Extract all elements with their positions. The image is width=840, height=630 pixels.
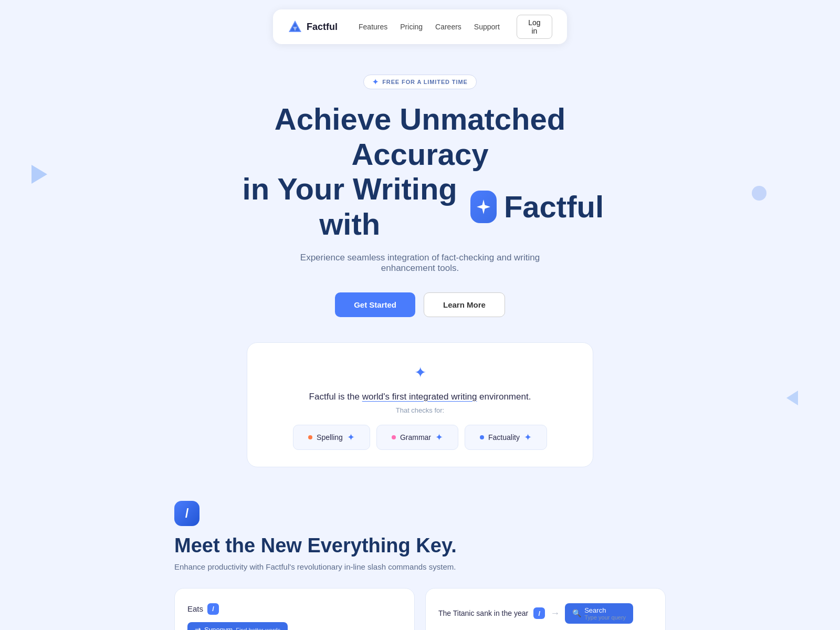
badge-star-icon: ✦ [372, 78, 379, 86]
arrow-right-icon: → [550, 608, 560, 619]
nav-logo[interactable]: Factful [288, 19, 338, 34]
hero-title-pre: in Your Writing with [236, 172, 463, 242]
pill-grammar-plus: ✦ [435, 432, 443, 443]
nav-features[interactable]: Features [359, 23, 387, 31]
hero-subtitle: Experience seamless integration of fact-… [273, 253, 567, 274]
deco-circle-right [752, 186, 766, 201]
feature-intro: Factful is the [309, 392, 360, 402]
navbar: Factful Features Pricing Careers Support… [273, 9, 567, 44]
pill-factuality: Factuality ✦ [465, 425, 547, 450]
hero-title-line1: Achieve Unmatched Accuracy [236, 102, 604, 172]
hero-title: Achieve Unmatched Accuracy in Your Writi… [236, 102, 604, 242]
deco-triangle-right [786, 391, 798, 405]
slash-badge: / [174, 501, 200, 526]
section-title: Meet the New Everything Key. [174, 534, 666, 557]
factful-badge-icon [470, 191, 497, 223]
section-subtitle: Enhance productivity with Factful's revo… [174, 562, 666, 571]
search-btn-label: Search [584, 606, 626, 614]
pill-factuality-plus: ✦ [524, 432, 532, 443]
factful-star-svg [474, 197, 493, 216]
eats-row: Eats / [187, 603, 219, 615]
search-button-demo: 🔍 Search Type your query [565, 603, 633, 624]
search-btn-sub: Type your query [584, 614, 626, 621]
svg-point-3 [482, 205, 485, 208]
feature-card: ✦ Factful is the world's first integrate… [247, 342, 593, 467]
deco-triangle-left [32, 165, 47, 184]
eats-text: Eats [187, 604, 203, 613]
nav-support[interactable]: Support [474, 23, 500, 31]
badge-text: FREE FOR A LIMITED TIME [382, 79, 467, 85]
search-slash-icon: / [533, 607, 545, 619]
synonym-pill: ⇄ Synonym Find better words [187, 622, 288, 630]
nav-links: Features Pricing Careers Support [359, 23, 500, 31]
slash-char: / [185, 506, 189, 521]
search-demo: The Titanic sank in the year / → 🔍 Searc… [438, 603, 653, 630]
feature-description: Factful is the world's first integrated … [264, 392, 576, 402]
learn-more-button[interactable]: Learn More [424, 292, 505, 317]
synonym-label: Synonym [204, 626, 233, 630]
logo-icon [288, 19, 302, 34]
feature-checks-label: That checks for: [264, 406, 576, 414]
dot-blue-icon [480, 435, 484, 439]
dot-pink-icon [392, 435, 396, 439]
synonym-demo-card: Eats / ⇄ Synonym Find better words [174, 588, 415, 630]
search-sentence: The Titanic sank in the year [438, 609, 528, 617]
pill-grammar: Grammar ✦ [376, 425, 458, 450]
hero-title-line2: in Your Writing with Factful [236, 172, 604, 242]
dot-orange-icon [308, 435, 312, 439]
hero-title-post: Factful [504, 190, 604, 225]
feature-pills: Spelling ✦ Grammar ✦ Factuality ✦ [264, 425, 576, 450]
pill-spelling-plus: ✦ [347, 432, 355, 443]
pill-grammar-label: Grammar [400, 433, 431, 442]
login-button[interactable]: Log in [517, 15, 552, 39]
search-magnify-icon: 🔍 [572, 609, 581, 617]
get-started-button[interactable]: Get Started [335, 292, 415, 317]
feature-star-icon: ✦ [264, 364, 576, 381]
search-row1: The Titanic sank in the year / → 🔍 Searc… [438, 603, 653, 624]
logo-text: Factful [307, 22, 338, 33]
synonym-icon: ⇄ [195, 626, 201, 630]
navbar-wrap: Factful Features Pricing Careers Support… [0, 0, 840, 49]
hero-section: ✦ FREE FOR A LIMITED TIME Achieve Unmatc… [0, 49, 840, 501]
slash-section: / Meet the New Everything Key. Enhance p… [158, 501, 682, 630]
pill-spelling-label: Spelling [317, 433, 343, 442]
free-badge: ✦ FREE FOR A LIMITED TIME [363, 75, 476, 89]
nav-careers[interactable]: Careers [435, 23, 461, 31]
synonym-demo: Eats / ⇄ Synonym Find better words [187, 603, 402, 630]
demo-cards: Eats / ⇄ Synonym Find better words The T… [174, 588, 666, 630]
search-demo-card: The Titanic sank in the year / → 🔍 Searc… [425, 588, 666, 630]
pill-spelling: Spelling ✦ [293, 425, 370, 450]
slash-icon-sm: / [207, 603, 219, 615]
hero-buttons: Get Started Learn More [13, 292, 827, 317]
pill-factuality-label: Factuality [488, 433, 520, 442]
synonym-sub: Find better words [236, 627, 280, 630]
nav-pricing[interactable]: Pricing [400, 23, 423, 31]
feature-outro: environment. [479, 392, 531, 402]
feature-highlight: world's first integrated writing [362, 392, 477, 402]
